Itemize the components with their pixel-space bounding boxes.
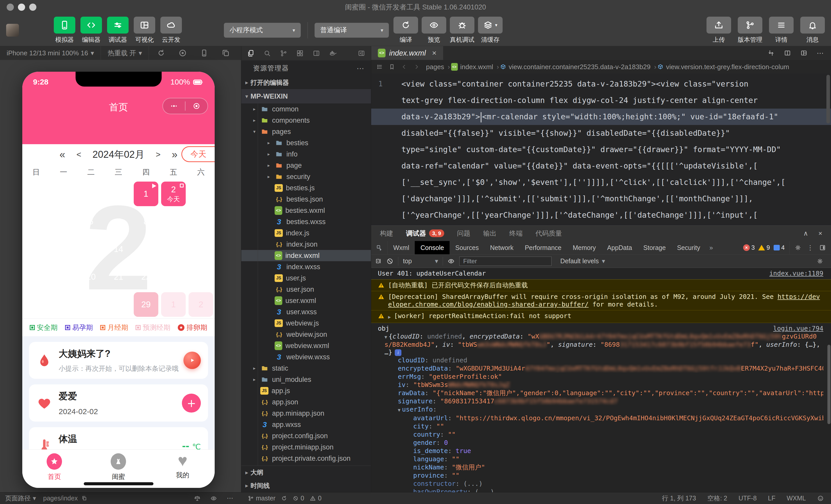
more-icon[interactable]: ⋯ (227, 494, 234, 502)
calendar-day[interactable]: 1 (134, 182, 158, 206)
object-property[interactable]: ▼hasOwnProperty: (...) (378, 488, 823, 492)
toolbar-action-button[interactable]: 版本管理 (738, 17, 762, 44)
object-property[interactable]: ▼language: "" (378, 455, 823, 463)
tree-item[interactable]: ▸ security (241, 171, 371, 182)
context-select[interactable]: top (403, 257, 438, 265)
toolbar-toggle-button[interactable]: 调试器 (106, 17, 130, 44)
editor-scrollbar[interactable] (826, 75, 830, 123)
tree-item[interactable]: ▸ components (241, 115, 371, 126)
more-tabs-icon[interactable]: » (706, 241, 716, 254)
add-record-button[interactable]: ＋ (182, 394, 201, 413)
panel-tab[interactable]: 调试器3, 9 (406, 229, 444, 238)
toggle-changes-icon[interactable] (768, 50, 775, 57)
devtools-tab[interactable]: Console (415, 241, 450, 254)
extensions-icon[interactable] (296, 50, 304, 57)
calendar-day[interactable]: 17 (189, 237, 213, 262)
toolbar-action-button[interactable]: 消息 (800, 17, 825, 44)
devtools-tab[interactable]: Sources (450, 241, 484, 254)
sync-icon[interactable] (281, 495, 287, 501)
tab-index-wxml[interactable]: <> index.wxml × (371, 46, 443, 60)
tree-item[interactable]: JS app.js (241, 385, 371, 396)
devtools-tab[interactable]: AppData (601, 241, 638, 254)
calendar-day[interactable]: 31 (106, 182, 131, 206)
tree-item[interactable]: ▾ pages (241, 126, 371, 137)
calendar-day[interactable]: 2今天 (161, 182, 186, 206)
object-property[interactable]: ▼province: "" (378, 472, 823, 480)
calendar-day[interactable]: 12 (51, 237, 76, 262)
source-link[interactable]: login.vue:794 (773, 324, 823, 333)
tree-item[interactable]: {..} project.private.config.json (241, 453, 371, 464)
object-property[interactable]: ▼rawData: "{"nickName":"微信用户","gender":0… (378, 389, 823, 397)
tree-item[interactable]: <> webview.wxml (241, 340, 371, 351)
tree-item[interactable]: JS index.js (241, 228, 371, 239)
calendar-day[interactable]: 28 (106, 292, 131, 317)
nav-forward-icon[interactable] (413, 63, 420, 70)
log-levels-select[interactable]: Default levels (560, 257, 605, 265)
calendar-day[interactable]: 21 (106, 265, 131, 289)
exit-icon[interactable] (185, 102, 207, 110)
cursor-position[interactable]: 行 1, 列 173 (662, 494, 696, 502)
tree-item[interactable]: 3 besties.wxss (241, 216, 371, 228)
calendar-day[interactable]: 26 (51, 292, 76, 317)
breadcrumb-item[interactable]: view.container.container25235.data-v-2a1… (500, 63, 657, 71)
code-line[interactable]: type="single" custom-date="{{customDate}… (371, 141, 831, 158)
toolbar-toggle-button[interactable]: 编辑器 (79, 17, 104, 44)
breadcrumb-item[interactable]: view.version.text-grey.flex-direction-co… (657, 63, 789, 71)
avatar[interactable] (6, 24, 19, 37)
scale-icon[interactable] (194, 494, 201, 502)
tree-item[interactable]: JS user.js (241, 272, 371, 284)
code-line[interactable]: 1<view class="container container25235 d… (371, 76, 831, 92)
nav-back-icon[interactable] (401, 63, 407, 70)
object-property[interactable]: ▼encryptedData: "wXGBDU7RJMd3UiA4r47Y04f… (378, 364, 823, 373)
miniapp-tab[interactable]: 首页 (22, 450, 86, 488)
tree-item[interactable]: ▸ common (241, 103, 371, 115)
indent-setting[interactable]: 空格: 2 (707, 494, 727, 502)
window-icon[interactable] (313, 50, 320, 57)
tree-item[interactable]: <> user.wxml (241, 295, 371, 306)
outline-section[interactable]: ▸ 大纲 (241, 466, 371, 479)
panel-tab[interactable]: 构建 (380, 229, 393, 238)
calendar-day[interactable]: 6 (79, 209, 103, 234)
record-card[interactable]: 爱爱2024-02-02 ＋ (29, 384, 208, 421)
code-line[interactable]: ['^yearChange',[['yearChange']]],['^date… (371, 207, 831, 223)
devtools-tab[interactable]: Storage (638, 241, 671, 254)
docker-icon[interactable] (329, 50, 337, 57)
calendar-day[interactable]: 2 (189, 292, 213, 317)
miniapp-tab[interactable]: ♥我的 (151, 450, 215, 488)
calendar-day[interactable]: 22 (134, 265, 158, 289)
code-line[interactable]: ['daychange']]],['^submit',[['submit']]]… (371, 190, 831, 207)
warning-count-badge[interactable]: 9 (758, 244, 770, 251)
copy-path-icon[interactable] (81, 495, 87, 501)
object-property[interactable]: ▼errMsg: "getUserProfile:ok" (378, 373, 823, 381)
encoding-setting[interactable]: UTF-8 (739, 495, 757, 502)
dock-side-icon[interactable] (819, 244, 826, 251)
calendar-day[interactable]: 5 (51, 209, 76, 234)
object-property[interactable]: ▼signature: "8698317153417c6073b9bf15f50… (378, 397, 823, 406)
object-property[interactable]: ▼nickName: "微信用户" (378, 463, 823, 472)
git-branch[interactable]: master (248, 495, 276, 502)
more-icon[interactable] (163, 102, 185, 110)
compile-mode-select[interactable]: 普通编译 (315, 23, 389, 38)
prev-month-button[interactable]: < (76, 150, 81, 159)
devtools-menu-icon[interactable]: ⋮ (807, 244, 813, 252)
console-settings-icon[interactable] (816, 258, 827, 265)
tree-item[interactable]: ▸ static (241, 363, 371, 374)
object-property[interactable]: ▼cloudID: undefined (378, 356, 823, 364)
collapse-icon[interactable]: ▼ (384, 334, 387, 339)
console-scrollbar[interactable] (827, 345, 830, 424)
open-editors-section[interactable]: ▸ 打开的编辑器 (241, 76, 371, 89)
preview-icon[interactable] (210, 494, 217, 502)
problems-warnings[interactable]: 0 (310, 495, 321, 502)
toolbar-toggle-button[interactable]: 模拟器 (52, 17, 77, 44)
toolbar-action-button[interactable]: 详情 (769, 17, 794, 44)
record-card[interactable]: 体温2024-02-02 -- ℃ (29, 427, 208, 449)
code-editor[interactable]: 1<view class="container container25235 d… (371, 74, 831, 225)
message-count-badge[interactable]: 4 (774, 244, 785, 251)
files-icon[interactable] (247, 50, 255, 57)
play-record-button[interactable] (183, 352, 201, 369)
tree-item[interactable]: ▸ info (241, 149, 371, 160)
clear-console-icon[interactable] (386, 258, 394, 265)
console-output[interactable]: User 401: updateUserCalendar index.vue:1… (371, 268, 831, 492)
calendar-day[interactable]: 10 (189, 209, 213, 234)
calendar-day[interactable]: 27 (79, 292, 103, 317)
